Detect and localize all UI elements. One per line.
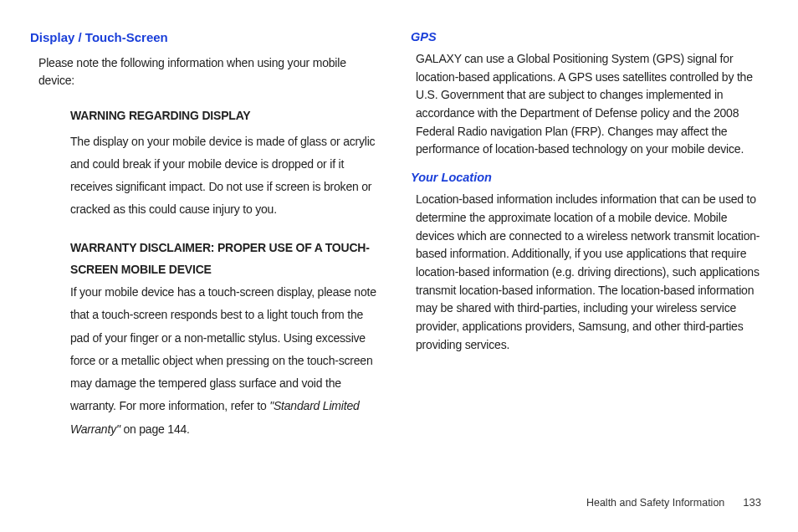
display-touchscreen-heading: Display / Touch-Screen [30, 30, 384, 44]
right-column: GPS GALAXY can use a Global Positioning … [411, 30, 765, 456]
footer-section-label: Health and Safety Information [586, 497, 724, 509]
page-columns: Display / Touch-Screen Please note the f… [30, 30, 765, 456]
warranty-body-pre: If your mobile device has a touch-screen… [70, 285, 376, 412]
gps-body: GALAXY can use a Global Positioning Syst… [411, 50, 765, 159]
your-location-heading: Your Location [411, 171, 765, 184]
display-intro: Please note the following information wh… [30, 54, 384, 90]
warranty-body-post: on page 144. [120, 422, 190, 436]
left-column: Display / Touch-Screen Please note the f… [30, 30, 384, 456]
gps-heading: GPS [411, 30, 765, 43]
warranty-disclaimer-body: If your mobile device has a touch-screen… [70, 281, 381, 441]
your-location-body: Location-based information includes info… [411, 191, 765, 354]
page-number: 133 [743, 496, 761, 509]
warranty-disclaimer-heading: WARRANTY DISCLAIMER: PROPER USE OF A TOU… [70, 237, 381, 281]
page-footer: Health and Safety Information 133 [586, 496, 761, 509]
warning-display-heading: WARNING REGARDING DISPLAY [70, 105, 381, 127]
display-indented-block: WARNING REGARDING DISPLAY The display on… [30, 105, 384, 441]
warning-display-body: The display on your mobile device is mad… [70, 130, 381, 222]
